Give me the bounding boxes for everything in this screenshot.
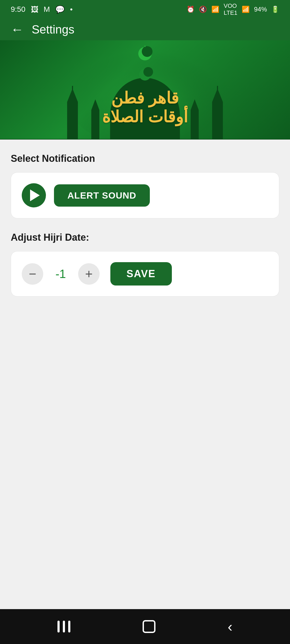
crescent-icon <box>137 46 153 62</box>
page-title: Settings <box>32 23 74 36</box>
home-button[interactable] <box>143 620 155 633</box>
main-content: Select Notification ALERT SOUND Adjust H… <box>0 140 290 323</box>
banner-text: قاهر فطن أوقات الصلاة <box>102 89 188 126</box>
wifi-icon: 📶 <box>211 6 219 13</box>
play-icon <box>30 189 40 201</box>
notification-section-label: Select Notification <box>11 153 279 164</box>
banner-arabic-line2: أوقات الصلاة <box>102 107 188 126</box>
mute-icon: 🔇 <box>199 6 207 13</box>
hijri-value: -1 <box>51 267 70 281</box>
back-button[interactable]: ← <box>11 23 24 36</box>
gallery-icon: 🖼 <box>31 5 38 14</box>
nav-line-3 <box>68 621 70 632</box>
play-button[interactable] <box>22 183 46 207</box>
nav-line-2 <box>63 621 65 632</box>
svg-rect-14 <box>191 110 199 140</box>
recent-apps-button[interactable] <box>57 621 70 632</box>
back-nav-button[interactable]: ‹ <box>228 618 233 635</box>
status-bar-right: ⏰ 🔇 📶 VOOLTE1 📶 94% 🔋 <box>187 2 279 16</box>
svg-rect-16 <box>0 139 290 140</box>
decrement-button[interactable]: − <box>22 263 43 285</box>
banner-arabic-line1: قاهر فطن <box>102 89 188 107</box>
status-bar: 9:50 🖼 M 💬 • ⏰ 🔇 📶 VOOLTE1 📶 94% 🔋 <box>0 0 290 19</box>
notification-row: ALERT SOUND <box>22 183 268 207</box>
alarm-icon: ⏰ <box>187 6 195 13</box>
app-header: ← Settings <box>0 19 290 40</box>
status-bar-left: 9:50 🖼 M 💬 • <box>11 5 73 14</box>
svg-rect-11 <box>217 86 218 94</box>
save-button[interactable]: SAVE <box>110 262 172 286</box>
alert-sound-button[interactable]: ALERT SOUND <box>54 184 150 207</box>
nav-bar: ‹ <box>0 609 290 644</box>
dot-indicator: • <box>70 5 73 14</box>
svg-point-5 <box>143 67 153 77</box>
signal-icon: 📶 <box>242 6 250 13</box>
battery-level: 94% <box>254 6 267 13</box>
hijri-section-label: Adjust Hijri Date: <box>11 232 279 243</box>
hijri-card: − -1 + SAVE <box>11 251 279 297</box>
mail-icon: M <box>44 5 50 14</box>
svg-rect-8 <box>72 86 73 94</box>
nav-line-1 <box>57 621 60 632</box>
battery-icon: 🔋 <box>271 6 279 13</box>
svg-rect-6 <box>67 102 78 140</box>
lte-indicator: VOOLTE1 <box>224 2 237 16</box>
increment-button[interactable]: + <box>78 263 100 285</box>
svg-rect-9 <box>212 102 223 140</box>
app-banner: قاهر فطن أوقات الصلاة <box>0 40 290 140</box>
hijri-row: − -1 + SAVE <box>22 262 268 286</box>
svg-rect-12 <box>91 110 99 140</box>
status-time: 9:50 <box>11 5 26 14</box>
message-icon: 💬 <box>55 5 65 14</box>
notification-card: ALERT SOUND <box>11 172 279 218</box>
svg-point-18 <box>142 46 153 57</box>
